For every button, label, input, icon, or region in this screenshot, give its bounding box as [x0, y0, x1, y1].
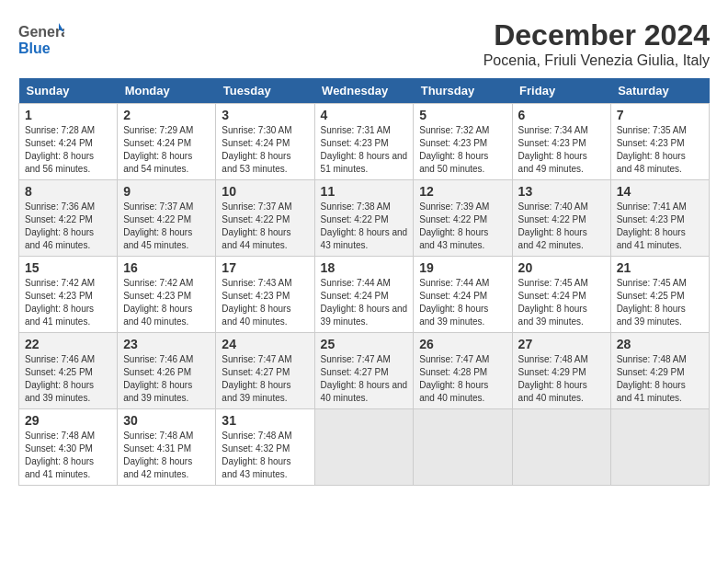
day-number: 27 [518, 337, 605, 351]
day-info: Sunrise: 7:48 AMSunset: 4:30 PMDaylight:… [25, 430, 111, 481]
day-number: 1 [25, 108, 111, 122]
table-row: 24Sunrise: 7:47 AMSunset: 4:27 PMDayligh… [216, 333, 314, 409]
table-row: 19Sunrise: 7:44 AMSunset: 4:24 PMDayligh… [414, 257, 512, 333]
table-row: 23Sunrise: 7:46 AMSunset: 4:26 PMDayligh… [118, 333, 216, 409]
day-number: 5 [419, 108, 506, 122]
day-info: Sunrise: 7:42 AMSunset: 4:23 PMDaylight:… [25, 277, 111, 328]
table-row: 14Sunrise: 7:41 AMSunset: 4:23 PMDayligh… [610, 180, 709, 257]
col-monday: Monday [118, 78, 216, 104]
title-area: December 2024 Pocenia, Friuli Venezia Gi… [483, 18, 710, 69]
day-number: 31 [222, 413, 308, 428]
col-saturday: Saturday [610, 78, 709, 104]
calendar-table: Sunday Monday Tuesday Wednesday Thursday… [18, 78, 710, 486]
table-row [314, 409, 414, 486]
page-header: General Blue December 2024 Pocenia, Friu… [18, 18, 710, 69]
day-info: Sunrise: 7:40 AMSunset: 4:22 PMDaylight:… [518, 201, 605, 252]
day-number: 25 [321, 337, 408, 351]
day-info: Sunrise: 7:37 AMSunset: 4:22 PMDaylight:… [123, 201, 210, 252]
day-number: 9 [123, 184, 210, 199]
table-row: 29Sunrise: 7:48 AMSunset: 4:30 PMDayligh… [19, 409, 118, 486]
day-number: 28 [617, 337, 703, 351]
table-row: 5Sunrise: 7:32 AMSunset: 4:23 PMDaylight… [414, 104, 512, 180]
table-row: 21Sunrise: 7:45 AMSunset: 4:25 PMDayligh… [610, 257, 709, 333]
day-info: Sunrise: 7:37 AMSunset: 4:22 PMDaylight:… [222, 201, 308, 252]
day-number: 29 [25, 413, 111, 428]
calendar-week-3: 15Sunrise: 7:42 AMSunset: 4:23 PMDayligh… [19, 257, 710, 333]
day-info: Sunrise: 7:44 AMSunset: 4:24 PMDaylight:… [321, 277, 408, 328]
table-row: 3Sunrise: 7:30 AMSunset: 4:24 PMDaylight… [216, 104, 314, 180]
svg-text:General: General [18, 24, 64, 40]
table-row: 28Sunrise: 7:48 AMSunset: 4:29 PMDayligh… [610, 333, 709, 409]
table-row: 7Sunrise: 7:35 AMSunset: 4:23 PMDaylight… [610, 104, 709, 180]
table-row: 17Sunrise: 7:43 AMSunset: 4:23 PMDayligh… [216, 257, 314, 333]
day-info: Sunrise: 7:41 AMSunset: 4:23 PMDaylight:… [617, 201, 703, 252]
day-info: Sunrise: 7:47 AMSunset: 4:27 PMDaylight:… [222, 353, 308, 405]
day-info: Sunrise: 7:30 AMSunset: 4:24 PMDaylight:… [222, 124, 308, 176]
calendar-week-2: 8Sunrise: 7:36 AMSunset: 4:22 PMDaylight… [19, 180, 710, 257]
col-thursday: Thursday [414, 78, 512, 104]
location-title: Pocenia, Friuli Venezia Giulia, Italy [483, 52, 710, 69]
table-row: 16Sunrise: 7:42 AMSunset: 4:23 PMDayligh… [118, 257, 216, 333]
day-info: Sunrise: 7:31 AMSunset: 4:23 PMDaylight:… [321, 124, 408, 176]
day-number: 2 [123, 108, 210, 122]
day-info: Sunrise: 7:32 AMSunset: 4:23 PMDaylight:… [419, 124, 506, 176]
day-number: 17 [222, 260, 308, 275]
day-number: 15 [25, 260, 111, 275]
day-number: 23 [123, 337, 210, 351]
day-number: 10 [222, 184, 308, 199]
table-row: 13Sunrise: 7:40 AMSunset: 4:22 PMDayligh… [512, 180, 610, 257]
day-number: 16 [123, 260, 210, 275]
calendar-week-4: 22Sunrise: 7:46 AMSunset: 4:25 PMDayligh… [19, 333, 710, 409]
col-wednesday: Wednesday [314, 78, 414, 104]
day-info: Sunrise: 7:47 AMSunset: 4:27 PMDaylight:… [321, 353, 408, 405]
logo: General Blue [18, 18, 64, 60]
day-number: 20 [518, 260, 605, 275]
day-info: Sunrise: 7:46 AMSunset: 4:26 PMDaylight:… [123, 353, 210, 405]
table-row: 12Sunrise: 7:39 AMSunset: 4:22 PMDayligh… [414, 180, 512, 257]
day-number: 6 [518, 108, 605, 122]
table-row: 25Sunrise: 7:47 AMSunset: 4:27 PMDayligh… [314, 333, 414, 409]
month-title: December 2024 [483, 18, 710, 52]
col-tuesday: Tuesday [216, 78, 314, 104]
col-sunday: Sunday [19, 78, 118, 104]
day-number: 14 [617, 184, 703, 199]
table-row: 11Sunrise: 7:38 AMSunset: 4:22 PMDayligh… [314, 180, 414, 257]
table-row: 20Sunrise: 7:45 AMSunset: 4:24 PMDayligh… [512, 257, 610, 333]
day-info: Sunrise: 7:48 AMSunset: 4:32 PMDaylight:… [222, 430, 308, 481]
table-row: 30Sunrise: 7:48 AMSunset: 4:31 PMDayligh… [118, 409, 216, 486]
day-number: 26 [419, 337, 506, 351]
logo-icon: General Blue [18, 18, 64, 60]
table-row: 15Sunrise: 7:42 AMSunset: 4:23 PMDayligh… [19, 257, 118, 333]
day-info: Sunrise: 7:36 AMSunset: 4:22 PMDaylight:… [25, 201, 111, 252]
day-info: Sunrise: 7:39 AMSunset: 4:22 PMDaylight:… [419, 201, 506, 252]
col-friday: Friday [512, 78, 610, 104]
day-info: Sunrise: 7:38 AMSunset: 4:22 PMDaylight:… [321, 201, 408, 252]
day-number: 7 [617, 108, 703, 122]
table-row [414, 409, 512, 486]
day-number: 13 [518, 184, 605, 199]
day-info: Sunrise: 7:43 AMSunset: 4:23 PMDaylight:… [222, 277, 308, 328]
table-row: 27Sunrise: 7:48 AMSunset: 4:29 PMDayligh… [512, 333, 610, 409]
day-info: Sunrise: 7:42 AMSunset: 4:23 PMDaylight:… [123, 277, 210, 328]
day-info: Sunrise: 7:48 AMSunset: 4:31 PMDaylight:… [123, 430, 210, 481]
table-row [512, 409, 610, 486]
table-row: 4Sunrise: 7:31 AMSunset: 4:23 PMDaylight… [314, 104, 414, 180]
table-row: 22Sunrise: 7:46 AMSunset: 4:25 PMDayligh… [19, 333, 118, 409]
day-info: Sunrise: 7:45 AMSunset: 4:25 PMDaylight:… [617, 277, 703, 328]
day-info: Sunrise: 7:45 AMSunset: 4:24 PMDaylight:… [518, 277, 605, 328]
table-row: 9Sunrise: 7:37 AMSunset: 4:22 PMDaylight… [118, 180, 216, 257]
day-info: Sunrise: 7:44 AMSunset: 4:24 PMDaylight:… [419, 277, 506, 328]
day-info: Sunrise: 7:48 AMSunset: 4:29 PMDaylight:… [518, 353, 605, 405]
table-row: 18Sunrise: 7:44 AMSunset: 4:24 PMDayligh… [314, 257, 414, 333]
day-number: 11 [321, 184, 408, 199]
day-info: Sunrise: 7:34 AMSunset: 4:23 PMDaylight:… [518, 124, 605, 176]
day-info: Sunrise: 7:35 AMSunset: 4:23 PMDaylight:… [617, 124, 703, 176]
day-info: Sunrise: 7:29 AMSunset: 4:24 PMDaylight:… [123, 124, 210, 176]
day-number: 22 [25, 337, 111, 351]
day-number: 3 [222, 108, 308, 122]
day-number: 30 [123, 413, 210, 428]
day-number: 21 [617, 260, 703, 275]
table-row: 26Sunrise: 7:47 AMSunset: 4:28 PMDayligh… [414, 333, 512, 409]
table-row: 8Sunrise: 7:36 AMSunset: 4:22 PMDaylight… [19, 180, 118, 257]
header-row: Sunday Monday Tuesday Wednesday Thursday… [19, 78, 710, 104]
